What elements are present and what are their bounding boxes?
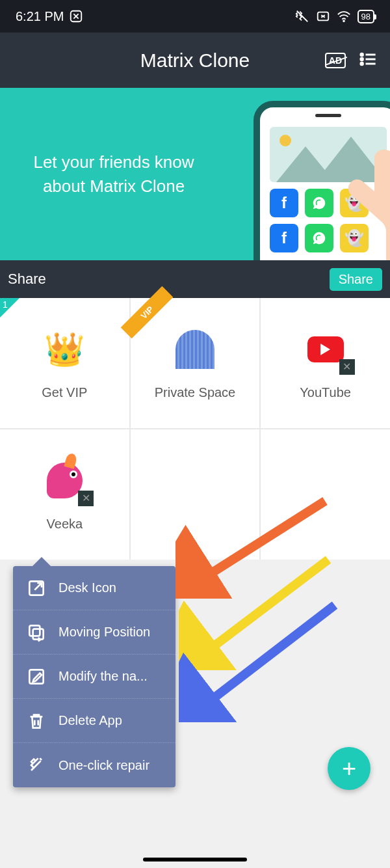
tile-label: Veeka [47,517,83,532]
app-title: Matrix Clone [140,49,250,72]
banner-text: Let your friends know about Matrix Clone [23,150,205,198]
tile-private-space[interactable]: VIP Private Space [131,298,260,428]
veeka-icon: ✕ [42,458,87,504]
svg-line-16 [195,605,335,712]
tile-empty [131,429,260,560]
tile-label: YouTube [300,385,351,400]
close-box-icon [316,9,330,23]
menu-one-click-repair[interactable]: One-click repair [13,743,176,787]
menu-desk-icon[interactable]: Desk Icon [13,566,176,610]
wifi-icon [337,9,351,23]
svg-line-15 [195,560,328,660]
menu-modify-name[interactable]: Modify the na... [13,655,176,699]
app-status-icon [69,9,83,23]
svg-point-3 [343,20,344,21]
arrow-yellow [179,553,335,670]
ad-badge[interactable]: AD [325,53,346,68]
remove-badge-icon[interactable]: ✕ [78,491,94,506]
promo-banner[interactable]: Let your friends know about Matrix Clone… [0,88,390,260]
status-time: 6:21 PM [16,9,64,24]
context-menu: Desk Icon Moving Position Modify the na.… [13,566,176,787]
home-indicator[interactable] [143,858,247,861]
tile-veeka[interactable]: ✕ Veeka [0,429,129,560]
arrow-blue [179,599,341,722]
tile-label: Private Space [155,385,236,400]
tile-label: Get VIP [42,385,87,400]
remove-badge-icon[interactable]: ✕ [339,359,355,375]
battery-indicator: 98 [358,10,374,23]
svg-rect-11 [29,625,40,636]
youtube-icon: ✕ [303,327,348,372]
share-button[interactable]: Share [330,268,382,291]
share-bar: Share Share [0,260,390,298]
share-label: Share [8,271,46,288]
menu-moving-position[interactable]: Moving Position [13,610,176,655]
crown-icon: 👑 [42,327,87,372]
svg-point-8 [361,62,363,65]
app-grid: 1 👑 Get VIP VIP Private Space ✕ YouTube … [0,298,390,560]
private-space-icon [172,327,218,372]
app-header: Matrix Clone AD [0,33,390,88]
menu-list-icon[interactable] [359,50,377,71]
tile-get-vip[interactable]: 1 👑 Get VIP [0,298,129,428]
add-fab[interactable]: + [328,747,370,790]
svg-line-1 [296,11,307,22]
svg-point-6 [361,58,363,61]
svg-point-4 [361,53,363,56]
vibrate-icon [295,9,309,23]
tile-empty [261,429,390,560]
tile-youtube[interactable]: ✕ YouTube [261,298,390,428]
status-bar: 6:21 PM 98 [0,0,390,33]
menu-delete-app[interactable]: Delete App [13,699,176,743]
badge-number: 1 [0,298,20,318]
hand-graphic [292,137,390,260]
